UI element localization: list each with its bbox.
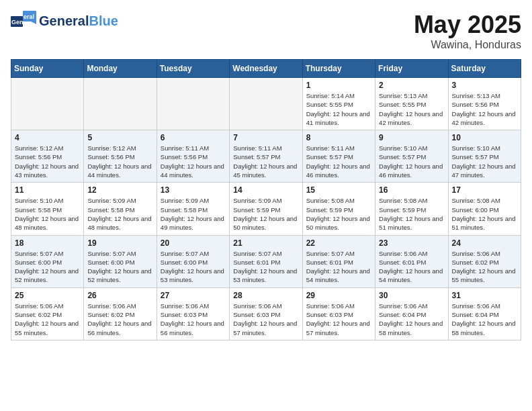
calendar-cell-4-6: 23Sunrise: 5:06 AMSunset: 6:01 PMDayligh… (375, 235, 448, 287)
weekday-header-wednesday: Wednesday (230, 60, 302, 78)
day-number: 1 (306, 81, 371, 90)
day-number: 2 (379, 81, 444, 90)
day-detail: Sunrise: 5:11 AMSunset: 5:56 PMDaylight:… (161, 144, 226, 179)
weekday-header-tuesday: Tuesday (157, 60, 229, 78)
calendar-table: SundayMondayTuesdayWednesdayThursdayFrid… (11, 59, 521, 340)
calendar-cell-2-3: 6Sunrise: 5:11 AMSunset: 5:56 PMDaylight… (157, 130, 229, 183)
svg-text:Gen: Gen (11, 19, 24, 26)
calendar-week-1: 1Sunrise: 5:14 AMSunset: 5:55 PMDaylight… (11, 78, 521, 130)
calendar-cell-3-3: 13Sunrise: 5:09 AMSunset: 5:58 PMDayligh… (157, 183, 229, 235)
calendar-cell-4-1: 18Sunrise: 5:07 AMSunset: 6:00 PMDayligh… (11, 235, 84, 287)
day-detail: Sunrise: 5:07 AMSunset: 6:00 PMDaylight:… (161, 249, 226, 285)
calendar-cell-3-6: 16Sunrise: 5:08 AMSunset: 5:59 PMDayligh… (375, 183, 448, 235)
day-number: 24 (452, 238, 517, 248)
day-number: 31 (452, 291, 517, 300)
day-detail: Sunrise: 5:10 AMSunset: 5:57 PMDaylight:… (379, 144, 444, 179)
day-number: 6 (161, 133, 226, 142)
calendar-cell-1-2 (84, 78, 157, 130)
calendar-cell-4-4: 21Sunrise: 5:07 AMSunset: 6:01 PMDayligh… (230, 235, 302, 287)
day-number: 15 (306, 185, 371, 195)
day-number: 4 (15, 133, 80, 142)
calendar-cell-4-5: 22Sunrise: 5:07 AMSunset: 6:01 PMDayligh… (302, 235, 375, 287)
calendar-week-2: 4Sunrise: 5:12 AMSunset: 5:56 PMDaylight… (11, 130, 521, 183)
day-number: 20 (161, 238, 226, 248)
day-detail: Sunrise: 5:14 AMSunset: 5:55 PMDaylight:… (306, 91, 371, 127)
day-detail: Sunrise: 5:07 AMSunset: 6:01 PMDaylight:… (233, 249, 298, 285)
weekday-header-thursday: Thursday (302, 60, 375, 78)
day-number: 23 (379, 238, 444, 248)
day-detail: Sunrise: 5:06 AMSunset: 6:02 PMDaylight:… (87, 302, 152, 337)
calendar-cell-2-6: 9Sunrise: 5:10 AMSunset: 5:57 PMDaylight… (375, 130, 448, 183)
day-number: 11 (15, 185, 80, 195)
day-number: 13 (161, 185, 226, 195)
day-number: 18 (15, 238, 80, 248)
day-number: 29 (306, 291, 371, 300)
day-detail: Sunrise: 5:10 AMSunset: 5:58 PMDaylight:… (15, 196, 80, 232)
day-detail: Sunrise: 5:12 AMSunset: 5:56 PMDaylight:… (15, 144, 80, 179)
day-detail: Sunrise: 5:12 AMSunset: 5:56 PMDaylight:… (87, 144, 152, 179)
weekday-header-saturday: Saturday (448, 60, 521, 78)
day-detail: Sunrise: 5:13 AMSunset: 5:55 PMDaylight:… (379, 91, 444, 127)
calendar-cell-5-4: 28Sunrise: 5:06 AMSunset: 6:03 PMDayligh… (230, 287, 302, 340)
day-detail: Sunrise: 5:09 AMSunset: 5:58 PMDaylight:… (161, 196, 226, 232)
calendar-cell-2-1: 4Sunrise: 5:12 AMSunset: 5:56 PMDaylight… (11, 130, 84, 183)
calendar-cell-1-7: 3Sunrise: 5:13 AMSunset: 5:56 PMDaylight… (448, 78, 521, 130)
title-block: May 2025 Wawina, Honduras (414, 11, 521, 51)
page-header: Gen eral GeneralBlue May 2025 Wawina, Ho… (11, 11, 521, 51)
day-number: 7 (233, 133, 298, 142)
calendar-cell-5-2: 26Sunrise: 5:06 AMSunset: 6:02 PMDayligh… (84, 287, 157, 340)
day-detail: Sunrise: 5:06 AMSunset: 6:04 PMDaylight:… (452, 302, 517, 337)
day-detail: Sunrise: 5:06 AMSunset: 6:03 PMDaylight:… (233, 302, 298, 337)
day-detail: Sunrise: 5:06 AMSunset: 6:03 PMDaylight:… (306, 302, 371, 337)
weekday-header-sunday: Sunday (11, 60, 84, 78)
day-number: 27 (161, 291, 226, 300)
day-number: 25 (15, 291, 80, 300)
day-number: 19 (87, 238, 152, 248)
day-number: 28 (233, 291, 298, 300)
calendar-cell-3-1: 11Sunrise: 5:10 AMSunset: 5:58 PMDayligh… (11, 183, 84, 235)
calendar-cell-5-6: 30Sunrise: 5:06 AMSunset: 6:04 PMDayligh… (375, 287, 448, 340)
day-detail: Sunrise: 5:11 AMSunset: 5:57 PMDaylight:… (306, 144, 371, 179)
weekday-header-friday: Friday (375, 60, 448, 78)
day-detail: Sunrise: 5:09 AMSunset: 5:59 PMDaylight:… (233, 196, 298, 232)
weekday-header-monday: Monday (84, 60, 157, 78)
day-detail: Sunrise: 5:08 AMSunset: 5:59 PMDaylight:… (306, 196, 371, 232)
logo: Gen eral GeneralBlue (11, 11, 118, 31)
day-detail: Sunrise: 5:06 AMSunset: 6:02 PMDaylight:… (452, 249, 517, 285)
day-number: 26 (87, 291, 152, 300)
calendar-cell-3-7: 17Sunrise: 5:08 AMSunset: 6:00 PMDayligh… (448, 183, 521, 235)
day-detail: Sunrise: 5:07 AMSunset: 6:00 PMDaylight:… (87, 249, 152, 285)
calendar-cell-3-4: 14Sunrise: 5:09 AMSunset: 5:59 PMDayligh… (230, 183, 302, 235)
day-detail: Sunrise: 5:08 AMSunset: 6:00 PMDaylight:… (452, 196, 517, 232)
calendar-cell-4-2: 19Sunrise: 5:07 AMSunset: 6:00 PMDayligh… (84, 235, 157, 287)
day-detail: Sunrise: 5:10 AMSunset: 5:57 PMDaylight:… (452, 144, 517, 179)
logo-text: GeneralBlue (39, 13, 118, 28)
day-detail: Sunrise: 5:09 AMSunset: 5:58 PMDaylight:… (87, 196, 152, 232)
calendar-cell-1-3 (157, 78, 229, 130)
calendar-cell-1-4 (230, 78, 302, 130)
calendar-cell-2-4: 7Sunrise: 5:11 AMSunset: 5:57 PMDaylight… (230, 130, 302, 183)
location-title: Wawina, Honduras (414, 39, 521, 51)
day-number: 14 (233, 185, 298, 195)
logo-icon: Gen eral (11, 11, 36, 31)
calendar-week-4: 18Sunrise: 5:07 AMSunset: 6:00 PMDayligh… (11, 235, 521, 287)
calendar-cell-4-7: 24Sunrise: 5:06 AMSunset: 6:02 PMDayligh… (448, 235, 521, 287)
calendar-cell-5-1: 25Sunrise: 5:06 AMSunset: 6:02 PMDayligh… (11, 287, 84, 340)
day-number: 9 (379, 133, 444, 142)
day-number: 16 (379, 185, 444, 195)
day-number: 30 (379, 291, 444, 300)
day-detail: Sunrise: 5:06 AMSunset: 6:04 PMDaylight:… (379, 302, 444, 337)
day-number: 22 (306, 238, 371, 248)
day-detail: Sunrise: 5:06 AMSunset: 6:01 PMDaylight:… (379, 249, 444, 285)
day-number: 8 (306, 133, 371, 142)
day-detail: Sunrise: 5:11 AMSunset: 5:57 PMDaylight:… (233, 144, 298, 179)
day-number: 10 (452, 133, 517, 142)
day-detail: Sunrise: 5:08 AMSunset: 5:59 PMDaylight:… (379, 196, 444, 232)
calendar-cell-5-7: 31Sunrise: 5:06 AMSunset: 6:04 PMDayligh… (448, 287, 521, 340)
day-number: 5 (87, 133, 152, 142)
day-number: 3 (452, 81, 517, 90)
calendar-cell-1-6: 2Sunrise: 5:13 AMSunset: 5:55 PMDaylight… (375, 78, 448, 130)
calendar-cell-2-5: 8Sunrise: 5:11 AMSunset: 5:57 PMDaylight… (302, 130, 375, 183)
day-number: 17 (452, 185, 517, 195)
svg-text:eral: eral (24, 13, 34, 20)
